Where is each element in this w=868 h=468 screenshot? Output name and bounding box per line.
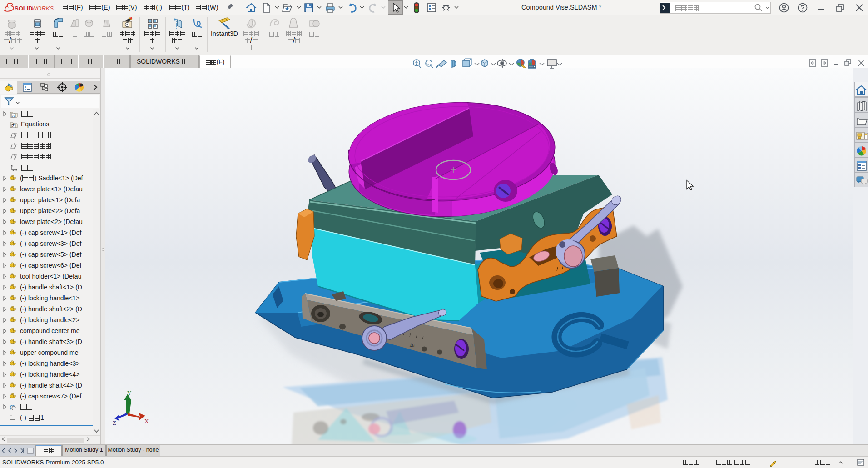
svg-text:A: A [12, 114, 15, 118]
svg-text:Z: Z [113, 419, 116, 426]
svg-text:X: X [144, 418, 149, 424]
svg-text:Σ: Σ [12, 124, 15, 128]
svg-text:Y: Y [127, 389, 132, 396]
svg-text:WORKS: WORKS [31, 5, 54, 12]
svg-text:SOLID: SOLID [15, 5, 33, 12]
